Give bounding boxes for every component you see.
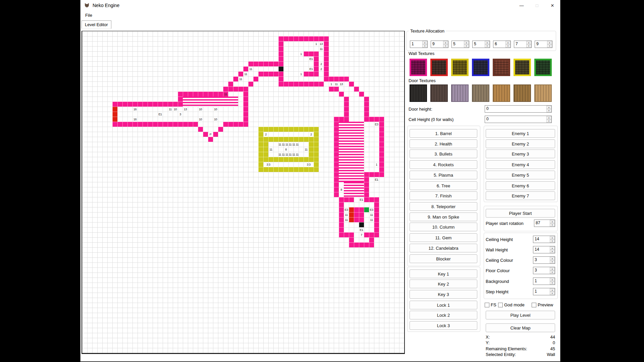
map-yellow-wall-cell[interactable]	[258, 132, 263, 167]
cell-height-spinner[interactable]: 0▲▼	[485, 116, 552, 123]
texture-allocation-spinner-7[interactable]: 9▲▼	[535, 41, 552, 48]
map-wall-cell[interactable]	[278, 41, 283, 66]
key-1-button[interactable]: Key 1	[410, 269, 477, 278]
tab-level-editor[interactable]: Level Editor	[82, 20, 111, 29]
wall-height-spinner-value[interactable]: 14	[533, 246, 550, 253]
map-green-cell[interactable]	[364, 207, 369, 212]
map-wall-cell[interactable]	[369, 237, 374, 242]
map-wall-cell[interactable]	[364, 117, 384, 122]
minimize-button[interactable]: —	[514, 0, 529, 11]
player-rotation-spinner[interactable]: 87▲▼	[534, 220, 555, 227]
map-wall-cell[interactable]	[243, 92, 248, 122]
map-wall-cell[interactable]	[253, 76, 258, 81]
background-spinner-down-icon[interactable]: ▼	[550, 281, 555, 285]
map-wall-cell[interactable]	[223, 86, 248, 92]
menu-file[interactable]: File	[83, 12, 95, 18]
level-grid[interactable]: 113111E122E1111113111111111616E111101331…	[82, 31, 405, 354]
map-wall-cell[interactable]	[213, 132, 218, 137]
map-yellow-wall-cell[interactable]	[314, 132, 319, 167]
preview-checkbox[interactable]	[532, 303, 536, 307]
texture-allocation-spinner-7-value[interactable]: 9	[535, 41, 547, 48]
texture-allocation-spinner-4-value[interactable]: 5	[473, 41, 485, 48]
map-wall-cell[interactable]	[304, 71, 319, 76]
texture-allocation-spinner-7-down-icon[interactable]: ▼	[547, 44, 552, 48]
texture-allocation-spinner-4[interactable]: 5▲▼	[472, 41, 490, 48]
entity-button-11-gem[interactable]: 11. Gem	[410, 233, 477, 242]
enemy-4-button[interactable]: Enemy 4	[486, 160, 555, 169]
map-stair-cell[interactable]	[183, 97, 238, 107]
cell-height-spinner-down-icon[interactable]: ▼	[546, 119, 551, 123]
map-wall-cell[interactable]	[243, 66, 248, 71]
map-yellow-wall-cell[interactable]	[309, 142, 314, 157]
door-height-spinner-up-icon[interactable]: ▲	[546, 106, 551, 109]
door-texture-swatch-tan-plank-door[interactable]	[493, 84, 510, 102]
background-spinner-value[interactable]: 1	[533, 278, 550, 285]
ceiling-colour-spinner-value[interactable]: 3	[533, 257, 550, 263]
door-texture-swatch-brown-panel-door[interactable]	[514, 84, 531, 102]
ceiling-height-spinner[interactable]: 14▲▼	[533, 236, 555, 243]
map-yellow-wall-cell[interactable]	[263, 142, 268, 157]
background-spinner[interactable]: 1▲▼	[533, 278, 555, 285]
map-wall-cell[interactable]	[379, 122, 384, 172]
cell-height-spinner-value[interactable]: 0	[485, 116, 546, 123]
texture-allocation-spinner-2-value[interactable]: 9	[431, 41, 443, 48]
map-wall-cell[interactable]	[198, 127, 203, 132]
map-wall-cell[interactable]	[364, 232, 379, 237]
step-height-spinner-value[interactable]: 1	[533, 288, 550, 295]
map-wall-cell[interactable]	[329, 86, 339, 92]
map-wall-cell[interactable]	[344, 102, 349, 117]
map-door-cell[interactable]	[359, 222, 364, 227]
fs-checkbox[interactable]	[485, 303, 489, 307]
map-yellow-wall-cell[interactable]	[263, 137, 314, 142]
map-yellow-wall-cell[interactable]	[258, 127, 319, 132]
map-door-cell[interactable]	[278, 66, 283, 71]
wall-height-spinner[interactable]: 14▲▼	[533, 246, 555, 253]
map-wall-cell[interactable]	[344, 97, 349, 102]
entity-button-12-candelabra[interactable]: 12. Candelabra	[410, 244, 477, 252]
wall-texture-swatch-yellow-panel[interactable]	[514, 59, 531, 76]
map-red-cell[interactable]	[112, 107, 117, 122]
door-height-spinner-value[interactable]: 0	[485, 106, 546, 112]
wall-texture-swatch-blue-brick[interactable]	[472, 59, 489, 76]
map-wall-cell[interactable]	[374, 202, 379, 232]
map-wall-cell[interactable]	[178, 92, 228, 97]
ceiling-colour-spinner-down-icon[interactable]: ▼	[550, 260, 555, 263]
floor-colour-spinner-down-icon[interactable]: ▼	[550, 270, 555, 274]
entity-button-blocker[interactable]: Blocker	[410, 254, 477, 263]
map-wall-cell[interactable]	[304, 51, 319, 56]
map-wall-cell[interactable]	[349, 81, 354, 86]
player-rotation-spinner-down-icon[interactable]: ▼	[550, 223, 555, 227]
door-texture-swatch-purple-door[interactable]	[451, 84, 469, 102]
map-red-cell[interactable]	[349, 207, 354, 222]
door-texture-swatch-dark-brown-door[interactable]	[430, 84, 448, 102]
map-wall-cell[interactable]	[258, 71, 278, 76]
map-wall-cell[interactable]	[324, 41, 329, 81]
map-wall-cell[interactable]	[238, 71, 243, 76]
map-wall-cell[interactable]	[278, 81, 324, 86]
wall-texture-swatch-yellow-mosaic[interactable]	[451, 59, 469, 76]
texture-allocation-spinner-7-up-icon[interactable]: ▲	[547, 41, 552, 44]
title-bar[interactable]: Neko Engine — □ ✕	[80, 0, 560, 11]
wall-texture-swatch-green-panel[interactable]	[534, 59, 552, 76]
map-wall-cell[interactable]	[339, 202, 344, 232]
player-start-button[interactable]: Player Start	[486, 209, 555, 218]
background-spinner-up-icon[interactable]: ▲	[550, 278, 555, 281]
lock-2-button[interactable]: Lock 2	[410, 311, 477, 319]
lock-3-button[interactable]: Lock 3	[410, 321, 477, 330]
entity-button-4-rockets[interactable]: 4. Rockets	[410, 160, 477, 169]
enemy-3-button[interactable]: Enemy 3	[486, 149, 555, 158]
map-wall-cell[interactable]	[364, 172, 369, 197]
entity-button-3-bullets[interactable]: 3. Bullets	[410, 149, 477, 158]
map-wall-cell[interactable]	[248, 81, 253, 86]
ceiling-colour-spinner[interactable]: 3▲▼	[533, 256, 555, 264]
play-level-button[interactable]: Play Level	[486, 311, 555, 319]
wall-texture-swatch-brown-brick[interactable]	[493, 59, 510, 76]
map-yellow-wall-cell[interactable]	[263, 157, 314, 162]
texture-allocation-spinner-1[interactable]: 1▲▼	[410, 41, 428, 48]
entity-button-10-column[interactable]: 10. Column	[410, 223, 477, 231]
enemy-5-button[interactable]: Enemy 5	[486, 171, 555, 179]
texture-allocation-spinner-6-up-icon[interactable]: ▲	[526, 41, 531, 44]
wall-height-spinner-up-icon[interactable]: ▲	[550, 246, 555, 250]
texture-allocation-spinner-1-up-icon[interactable]: ▲	[422, 41, 427, 44]
map-wall-cell[interactable]	[339, 232, 354, 237]
